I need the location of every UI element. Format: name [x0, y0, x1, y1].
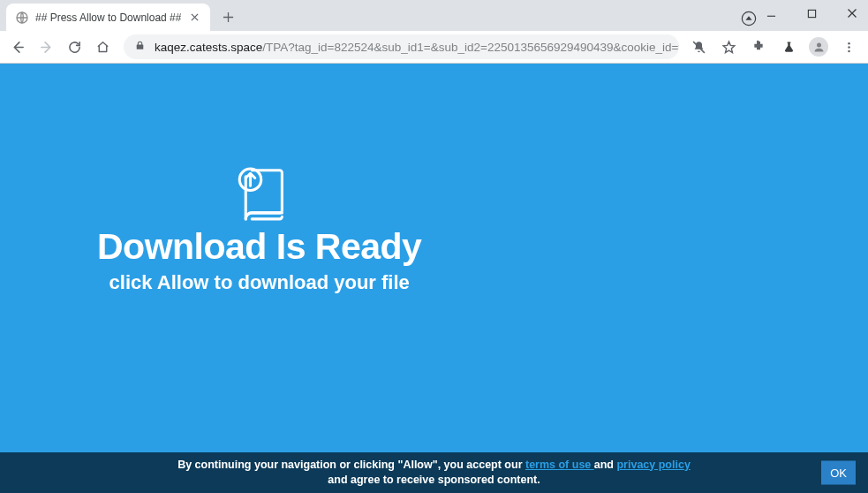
close-window-button[interactable] [842, 3, 863, 24]
titlebar: ## Press Allow to Download ## [0, 0, 868, 31]
maximize-button[interactable] [801, 3, 822, 24]
cookie-ok-button[interactable]: OK [821, 461, 856, 485]
download-subline: click Allow to download your file [109, 271, 410, 294]
extensions-icon[interactable] [748, 36, 769, 57]
person-icon [809, 37, 828, 57]
profile-button[interactable] [808, 36, 829, 57]
globe-icon [15, 11, 29, 25]
new-tab-button[interactable] [215, 4, 240, 29]
account-badge-icon[interactable] [741, 11, 757, 27]
book-upload-icon [229, 163, 291, 224]
lab-icon[interactable] [778, 36, 799, 57]
address-bar[interactable]: kaqez.catests.space/TPA?tag_id=822524&su… [124, 34, 679, 59]
lock-icon [134, 40, 146, 54]
minimize-button[interactable] [760, 3, 781, 24]
toolbar-actions [688, 36, 863, 57]
bookmark-star-icon[interactable] [718, 36, 739, 57]
menu-button[interactable] [838, 36, 859, 57]
close-tab-icon[interactable] [187, 11, 201, 25]
browser-tab[interactable]: ## Press Allow to Download ## [6, 4, 210, 31]
page-content: Download Is Ready click Allow to downloa… [0, 64, 868, 493]
terms-of-use-link[interactable]: terms of use [525, 459, 594, 471]
cookie-consent-bar: By continuing your navigation or clickin… [0, 452, 868, 493]
url-text: kaqez.catests.space/TPA?tag_id=822524&su… [155, 41, 679, 54]
reload-button[interactable] [62, 34, 87, 59]
privacy-policy-link[interactable]: privacy policy [616, 459, 690, 471]
svg-point-4 [848, 42, 850, 44]
window-controls [760, 0, 863, 27]
svg-point-3 [817, 42, 821, 47]
browser-toolbar: kaqez.catests.space/TPA?tag_id=822524&su… [0, 31, 868, 64]
svg-point-6 [848, 49, 850, 52]
svg-point-5 [848, 46, 850, 49]
back-button[interactable] [5, 34, 30, 59]
notifications-muted-icon[interactable] [688, 36, 709, 57]
home-button[interactable] [90, 34, 115, 59]
forward-button[interactable] [34, 34, 58, 59]
download-ready-block: Download Is Ready click Allow to downloa… [97, 163, 421, 294]
svg-rect-2 [808, 10, 815, 17]
download-headline: Download Is Ready [97, 226, 421, 268]
tab-title: ## Press Allow to Download ## [35, 11, 181, 24]
cookie-consent-text: By continuing your navigation or clickin… [170, 458, 699, 489]
